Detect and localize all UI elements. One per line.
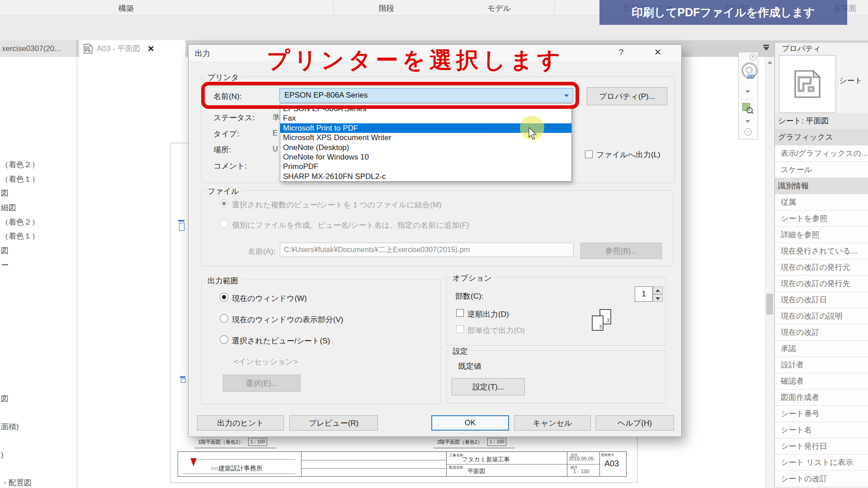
property-row[interactable]: シートを参照 [775,211,868,227]
selected-views-label: 選択されたビュー/シート(S) [232,336,330,346]
view-title-1: 1階平面図（着色2） [198,439,243,446]
sheet-icon [84,44,93,54]
canvas-scrollbar[interactable] [765,57,775,488]
separate-files-radio[interactable] [220,220,228,228]
scrollbar-thumb[interactable] [766,294,773,314]
drawing-name: 平面図 [467,467,485,475]
property-row[interactable]: 現在の改訂日 [775,292,868,308]
property-row[interactable]: シート リストに表示 [775,455,868,471]
tab-sheet-a03[interactable]: A03 - 平面図 ✕ [79,40,185,57]
properties-header: プロパティ [775,43,868,55]
ribbon-separator [554,2,555,13]
browser-item[interactable]: ・配置図 [1,469,77,488]
property-row[interactable]: 詳細を参照 [775,227,868,243]
property-row[interactable]: 図面作成者 [775,389,868,406]
property-row[interactable]: 現在の改訂 [775,324,868,341]
preview-button[interactable]: プレビュー(R) [289,415,378,431]
property-row[interactable]: シート名 [775,422,868,438]
property-row[interactable]: グラフィックス [775,129,868,145]
browser-item[interactable]: 面積) [1,413,77,441]
printer-dropdown-item[interactable]: OneNote for Windows 10 [280,152,571,162]
print-to-file-checkbox[interactable] [585,150,593,158]
property-row[interactable]: 現在発行されている... [775,243,868,259]
cancel-button[interactable]: キャンセル [514,415,591,431]
property-row[interactable]: シート発行日 [775,438,868,455]
visible-portion-radio[interactable] [220,314,228,323]
reverse-order-checkbox[interactable] [456,309,464,317]
select-views-button[interactable]: 選択(E)... [223,375,301,392]
tab-document[interactable]: xercise0307(20... [0,40,77,57]
property-row[interactable]: 現在の改訂の発行先 [775,276,868,292]
property-row[interactable]: 承認 [775,341,868,357]
collate-checkbox[interactable] [456,325,464,333]
property-row[interactable]: 確認者 [775,373,868,389]
zoom-menu-caret-icon[interactable] [745,120,750,123]
type-selector[interactable] [779,55,836,113]
navbar-close-icon[interactable]: ✕ [750,54,756,61]
property-row[interactable]: スケール [775,162,868,178]
printer-dropdown-item[interactable]: PrimoPDF [280,162,571,171]
property-row[interactable]: 設計者 [775,357,868,373]
selected-views-radio[interactable] [220,335,228,344]
settings-group: 設定 [446,350,666,404]
current-window-radio[interactable] [220,293,228,301]
property-row[interactable]: シートの改訂 [775,471,868,487]
copies-label: 部数(C): [455,291,483,301]
mouse-cursor-icon [528,127,540,143]
stepper-down-icon[interactable] [653,294,663,302]
browser-item[interactable]: ) [1,441,77,469]
location-label: 場所: [213,145,231,155]
property-row[interactable]: 表示/グラフィックスの... [775,145,868,162]
settings-group-label: 設定 [450,346,470,357]
property-row[interactable]: 従属 [775,194,868,211]
browser-item[interactable]: 図 [1,385,77,413]
navbar-collapse-icon[interactable]: − [745,128,752,136]
ok-button[interactable]: OK [431,415,509,431]
date-value: 2015.05.05 [569,456,594,461]
title-block-divider [301,452,302,476]
property-row[interactable]: 現在の改訂の説明 [775,308,868,324]
browser-item[interactable]: 細図 [1,201,77,215]
property-row[interactable]: シート: 平面図 [775,113,868,129]
view-title-2: 2階平面図（着色2） [437,439,482,446]
copies-value[interactable]: 1 [635,286,653,302]
sheet-type-icon [793,69,821,99]
browser-item[interactable]: 図 [1,186,77,201]
copies-stepper[interactable]: 1 [635,286,663,302]
browser-item[interactable]: （着色２） [1,215,77,230]
file-name-label: 名前(A): [248,246,275,257]
browser-item[interactable]: （着色１） [1,229,77,244]
collate-label: 部単位で出力(O) [467,325,525,336]
ribbon-panel-stairs[interactable]: 階段 [379,3,394,14]
tab-sheet-label: A03 - 平面図 [97,43,140,54]
browser-item[interactable]: ー [1,258,77,272]
stepper-up-icon[interactable] [653,286,663,294]
property-row[interactable]: 現在の改訂の発行元 [775,259,868,276]
tab-close-icon[interactable]: ✕ [147,44,154,54]
print-hints-button[interactable]: 出力のヒント [197,415,284,431]
printer-properties-button[interactable]: プロパティ(P)... [587,87,667,105]
browser-list-lower: 図面積))・配置図 [0,385,77,488]
wheel-menu-caret-icon[interactable] [745,90,750,93]
property-row[interactable]: 識別情報 [775,178,868,194]
browse-button[interactable]: 参照(B)... [580,243,662,259]
browser-item[interactable]: 図 [1,244,77,258]
printer-dropdown-item[interactable]: SHARP MX-2610FN SPDL2-c [280,172,571,181]
property-row[interactable]: シート番号 [775,406,868,422]
scroll-up-icon[interactable] [768,61,772,64]
help-button[interactable]: ヘルプ(H) [595,415,674,431]
file-name-field[interactable]: C:¥Users¥futak¥Documents¥二上Exercise0307(… [280,243,574,257]
printer-dropdown-item[interactable]: OneNote (Desktop) [280,143,571,152]
ribbon-panel-model[interactable]: モデル [487,3,511,14]
properties-filter-icon[interactable] [763,45,770,52]
setup-button[interactable]: 設定(T)... [452,378,525,395]
dialog-close-icon[interactable]: ✕ [654,47,661,57]
combine-files-radio[interactable] [220,199,228,208]
view-title-underline [194,448,276,448]
browser-item[interactable]: （着色１） [1,172,77,187]
browser-item[interactable]: （着色２） [1,158,77,172]
ribbon-panel-build[interactable]: 構築 [118,3,134,14]
printer-group-label: プリンタ [205,72,241,83]
browser-list-upper: （着色２）（着色１）図細図（着色２）（着色１）図ー [0,158,77,272]
dialog-help-icon[interactable]: ? [619,48,623,57]
